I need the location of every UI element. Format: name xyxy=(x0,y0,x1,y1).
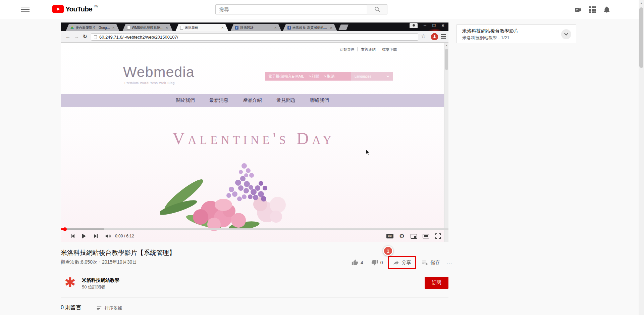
video-player[interactable]: ─ ❐ ✕ 後台教學影片 - Google 雲 ✕ WMS網站管理系統-米洛 ✕… xyxy=(61,22,448,242)
tab-close-icon: ✕ xyxy=(274,26,277,30)
flowers-image xyxy=(160,154,296,232)
search-icon xyxy=(374,6,380,12)
thumb-up-icon xyxy=(352,259,358,266)
share-button[interactable]: 分享 xyxy=(393,259,411,266)
address-bar: 60.249.71.6/~webtech2/web/201500107/ xyxy=(91,33,418,41)
channel-name[interactable]: 米洛科技網站教學 xyxy=(82,277,119,283)
facebook-icon: f xyxy=(235,26,238,30)
share-arrow-icon xyxy=(393,259,399,266)
action-bar: 4 0 分享 儲存 ... xyxy=(352,256,452,269)
page-icon xyxy=(94,35,97,39)
site-tagline: Premium WordPress Web Blog xyxy=(124,81,175,85)
more-actions-icon[interactable]: ... xyxy=(447,260,453,265)
window-scrollbar[interactable]: ▲ xyxy=(639,0,644,315)
browser-tab-3-active: 米洛花藝 ✕ xyxy=(175,24,228,31)
previous-button[interactable] xyxy=(68,232,77,240)
tab-close-icon: ✕ xyxy=(112,26,115,30)
adblock-extension-icon xyxy=(431,33,438,40)
webpage-top-links: 活動專區友善連結檔案下載 xyxy=(337,47,400,52)
playlist-title[interactable]: 米洛科技網站後台教學影片 xyxy=(462,28,519,34)
page-icon xyxy=(180,26,183,30)
back-icon: ← xyxy=(65,34,70,39)
next-button[interactable] xyxy=(92,232,100,240)
window-close-icon: ✕ xyxy=(441,23,444,28)
sort-icon xyxy=(97,306,102,311)
browser-profile-icon xyxy=(410,23,418,28)
sort-label: 排序依據 xyxy=(105,305,122,311)
language-dropdown: Languages xyxy=(351,72,393,81)
thumb-down-icon xyxy=(371,259,378,266)
webpage-scroll-thumb xyxy=(445,49,448,70)
site-logo: Webmedia xyxy=(123,64,195,80)
time-display: 0:00 / 6:12 xyxy=(115,234,134,238)
play-button[interactable] xyxy=(79,232,88,240)
subscriber-count: 50 位訂閱者 xyxy=(82,284,105,290)
window-minimize-icon: ─ xyxy=(424,23,426,28)
progress-bar[interactable] xyxy=(61,228,448,230)
browser-tab-2: WMS網站管理系統-米洛 ✕ xyxy=(122,24,173,31)
webpage-scroll-up-icon: ▲ xyxy=(445,44,448,46)
annotation-badge: 1 xyxy=(383,246,393,256)
captions-button[interactable]: CC xyxy=(385,232,394,240)
youtube-logo[interactable]: YouTube TW xyxy=(52,5,98,13)
hero-title: Valentine's Day xyxy=(172,129,335,148)
sort-button[interactable]: 排序依據 xyxy=(97,305,122,311)
newsletter-bar: 電子報(請輸入E-MAIL > 訂閱 > 取消 xyxy=(265,72,351,81)
tab-close-icon: ✕ xyxy=(165,26,168,30)
scrubber-handle[interactable] xyxy=(63,227,67,231)
app-header: YouTube TW xyxy=(0,0,644,19)
save-label: 儲存 xyxy=(431,260,440,266)
webpage-scrollbar: ▲ xyxy=(444,43,448,242)
page-icon xyxy=(127,26,130,30)
playlist-collapse-button[interactable] xyxy=(561,29,571,39)
dislike-button[interactable]: 0 xyxy=(371,259,383,266)
video-title: 米洛科技網站後台教學影片【系統管理】 xyxy=(61,249,175,257)
search-input[interactable] xyxy=(215,4,367,14)
video-webpage: 活動專區友善連結檔案下載 Webmedia Premium WordPress … xyxy=(61,43,448,242)
like-button[interactable]: 4 xyxy=(352,259,363,266)
reload-icon: ↻ xyxy=(83,34,87,40)
youtube-play-icon xyxy=(52,5,64,13)
bookmark-star-icon: ☆ xyxy=(421,33,426,39)
create-video-icon[interactable] xyxy=(574,6,582,14)
channel-avatar[interactable]: ✱ xyxy=(63,275,77,289)
url-text: 60.249.71.6/~webtech2/web/201500107/ xyxy=(99,35,178,40)
logo-text: YouTube xyxy=(65,5,92,13)
buffer-bar xyxy=(61,228,104,230)
facebook-icon: f xyxy=(287,26,291,30)
scrollbar-thumb[interactable] xyxy=(639,7,643,68)
share-label: 分享 xyxy=(402,260,411,266)
scrollbar-up-icon[interactable]: ▲ xyxy=(640,2,643,5)
video-stats: 觀看次數:8,050次・2015年10月30日 xyxy=(61,259,137,265)
theater-mode-button[interactable] xyxy=(422,232,430,240)
browser-menu-icon xyxy=(441,34,446,39)
notifications-icon[interactable] xyxy=(603,6,611,14)
miniplayer-button[interactable] xyxy=(410,232,418,240)
dislike-count: 0 xyxy=(380,260,383,265)
logo-region: TW xyxy=(93,4,99,8)
like-count: 4 xyxy=(361,260,363,265)
volume-button[interactable] xyxy=(104,232,112,240)
settings-gear-icon[interactable]: ⚙ xyxy=(397,232,406,240)
menu-icon[interactable] xyxy=(21,7,30,12)
mouse-cursor xyxy=(366,149,370,155)
divider xyxy=(61,273,448,273)
browser-tab-5: f 米洛科技-高質感網站設計 ✕ xyxy=(283,24,337,31)
save-button[interactable]: 儲存 xyxy=(422,259,440,266)
playlist-meta: 米洛科技網站教學 - 1/21 xyxy=(462,35,509,41)
google-drive-icon xyxy=(70,26,74,30)
browser-tab-1: 後台教學影片 - Google 雲 ✕ xyxy=(66,24,119,31)
window-restore-icon: ❐ xyxy=(432,23,436,28)
browser-tab-4: f 沃德設計 ✕ xyxy=(230,24,281,31)
search-button[interactable] xyxy=(367,4,387,14)
caret-down-icon xyxy=(386,75,389,77)
forward-icon: → xyxy=(74,34,79,39)
fullscreen-button[interactable] xyxy=(434,232,442,240)
apps-icon[interactable] xyxy=(589,6,597,14)
comments-count: 0 則留言 xyxy=(61,304,81,311)
divider xyxy=(61,298,448,298)
site-nav: 關於我們 最新消息 產品介紹 常見問題 聯絡我們 xyxy=(61,94,444,107)
chevron-down-icon xyxy=(564,33,568,36)
playlist-add-icon xyxy=(422,259,428,266)
subscribe-button[interactable]: 訂閱 xyxy=(425,277,448,289)
